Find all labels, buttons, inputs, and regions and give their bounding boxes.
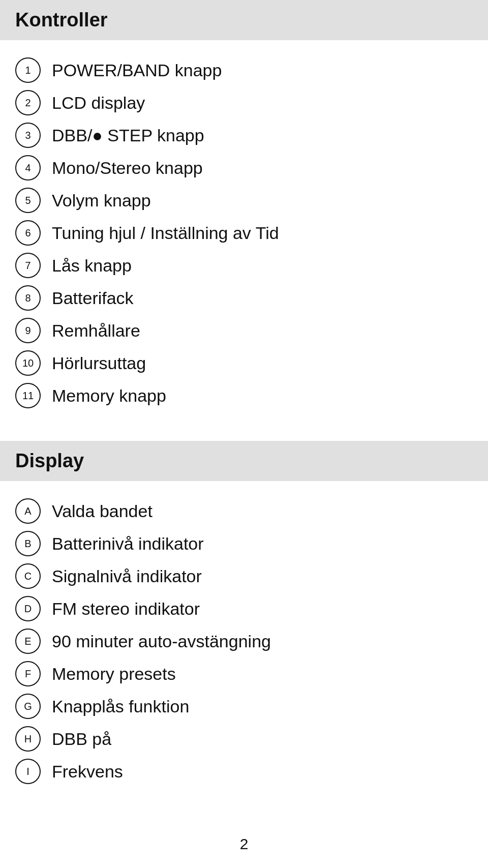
list-item: 8Batterifack [15,285,473,311]
item-text: Frekvens [52,762,123,782]
item-text: Valda bandet [52,501,152,521]
item-badge: 5 [15,188,41,213]
kontroller-header: Kontroller [0,0,488,40]
item-badge: F [15,661,41,686]
list-item: FMemory presets [15,661,473,686]
item-badge: I [15,759,41,784]
item-badge: D [15,596,41,621]
list-item: GKnapplås funktion [15,694,473,719]
item-text: Hörlursuttag [52,353,146,373]
list-item: 3DBB/● STEP knapp [15,123,473,148]
item-text: Signalnivå indikator [52,566,202,586]
item-badge: C [15,563,41,589]
item-text: FM stereo indikator [52,599,200,619]
item-badge: 7 [15,253,41,278]
item-badge: G [15,694,41,719]
page-number: 2 [240,835,249,853]
list-item: 9Remhållare [15,318,473,343]
display-list: AValda bandetBBatterinivå indikatorCSign… [0,486,488,796]
item-badge: 9 [15,318,41,343]
display-header: Display [0,441,488,481]
list-item: 6Tuning hjul / Inställning av Tid [15,220,473,246]
list-item: 1POWER/BAND knapp [15,57,473,83]
item-badge: 1 [15,57,41,83]
item-text: Memory knapp [52,386,166,406]
display-title: Display [15,450,84,471]
item-text: DBB på [52,729,111,749]
item-badge: 2 [15,90,41,115]
item-text: Batterifack [52,288,134,308]
item-text: Knapplås funktion [52,697,189,716]
list-item: 5Volym knapp [15,188,473,213]
item-badge: A [15,498,41,524]
item-badge: H [15,726,41,752]
kontroller-list: 1POWER/BAND knapp2LCD display3DBB/● STEP… [0,45,488,421]
item-text: Volym knapp [52,191,151,211]
item-text: Lås knapp [52,256,132,276]
list-item: CSignalnivå indikator [15,563,473,589]
item-badge: 10 [15,350,41,376]
item-badge: E [15,628,41,654]
item-badge: 4 [15,155,41,181]
list-item: DFM stereo indikator [15,596,473,621]
item-text: Remhållare [52,321,140,341]
list-item: 4Mono/Stereo knapp [15,155,473,181]
list-item: 11Memory knapp [15,383,473,408]
kontroller-title: Kontroller [15,9,108,31]
item-badge: B [15,531,41,556]
list-item: 7Lås knapp [15,253,473,278]
item-text: Tuning hjul / Inställning av Tid [52,223,279,243]
list-item: AValda bandet [15,498,473,524]
item-text: POWER/BAND knapp [52,61,222,80]
list-item: E90 minuter auto-avstängning [15,628,473,654]
item-badge: 6 [15,220,41,246]
item-text: Memory presets [52,664,176,684]
item-badge: 8 [15,285,41,311]
item-text: DBB/● STEP knapp [52,126,204,145]
list-item: IFrekvens [15,759,473,784]
item-badge: 11 [15,383,41,408]
list-item: 10Hörlursuttag [15,350,473,376]
item-text: Mono/Stereo knapp [52,158,203,178]
list-item: HDBB på [15,726,473,752]
list-item: 2LCD display [15,90,473,115]
list-item: BBatterinivå indikator [15,531,473,556]
item-text: Batterinivå indikator [52,534,204,554]
item-text: LCD display [52,93,145,113]
item-badge: 3 [15,123,41,148]
item-text: 90 minuter auto-avstängning [52,632,271,651]
